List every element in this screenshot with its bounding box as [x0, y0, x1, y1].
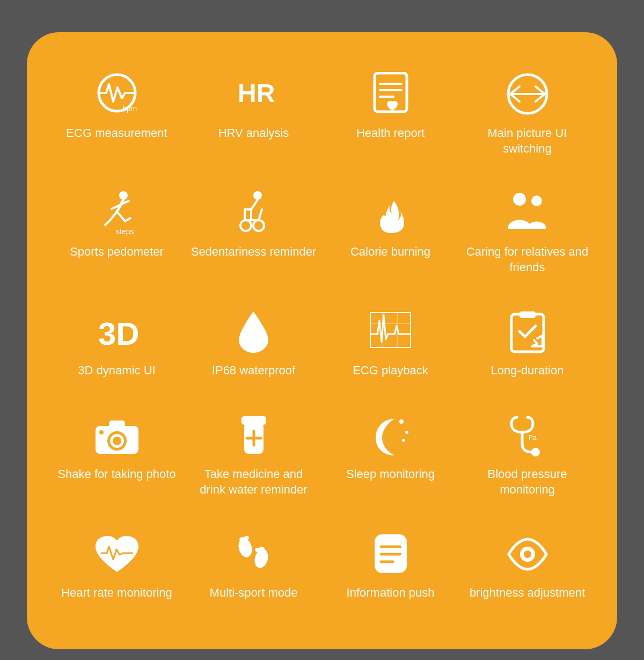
calorie-burning-label: Calorie burning [350, 244, 430, 260]
svg-point-44 [405, 431, 408, 434]
ecg-playback-icon [364, 307, 418, 356]
multi-sport-label: Multi-sport mode [210, 585, 298, 601]
svg-point-38 [99, 430, 104, 434]
svg-point-47 [531, 448, 540, 456]
svg-rect-32 [519, 311, 536, 318]
multi-sport-icon [227, 530, 281, 578]
shake-photo-label: Shake for taking photo [57, 467, 175, 482]
feature-ecg-playback: ECG playback [322, 296, 459, 395]
svg-point-19 [240, 220, 251, 231]
feature-information-push: Information push [322, 519, 459, 617]
feature-medicine-water: Take medicine and drink water reminder [185, 400, 322, 513]
svg-line-14 [111, 212, 117, 220]
hrv-analysis-label: HRV analysis [218, 126, 289, 141]
svg-rect-26 [370, 313, 411, 347]
waterproof-icon [227, 307, 281, 356]
svg-text:steps: steps [116, 227, 134, 236]
blood-pressure-label: Blood pressure monitoring [464, 467, 590, 497]
feature-sleep-monitoring: Sleep monitoring [322, 400, 459, 513]
svg-rect-37 [109, 420, 125, 428]
svg-point-20 [253, 220, 264, 231]
caring-relatives-label: Caring for relatives and friends [464, 244, 590, 275]
3d-icon: 3D [90, 307, 144, 356]
svg-point-18 [253, 191, 262, 200]
ecg-playback-label: ECG playback [353, 363, 428, 379]
health-report-icon [364, 70, 418, 118]
svg-point-43 [399, 419, 404, 424]
feature-sports-pedometer: steps Sports pedometer [48, 178, 185, 291]
feature-multi-sport: Multi-sport mode [185, 519, 322, 617]
ip68-label: IP68 waterproof [212, 363, 295, 379]
feature-hrv-analysis: HRV HRV analysis [185, 59, 322, 172]
hrv-icon: HRV [227, 70, 281, 118]
feature-ui-switching: Main picture UI switching [459, 59, 596, 172]
svg-text:bpm: bpm [122, 104, 137, 113]
feature-blood-pressure: Pa Blood pressure monitoring [459, 400, 596, 513]
info-push-icon [364, 530, 418, 578]
ui-switching-label: Main picture UI switching [464, 126, 590, 156]
svg-point-60 [524, 550, 531, 558]
ecg-measurement-label: ECG measurement [66, 126, 167, 141]
feature-long-duration: Long-duration [459, 296, 596, 395]
feature-calorie-burning: Calorie burning [322, 178, 459, 291]
brightness-icon [501, 530, 554, 578]
information-push-label: Information push [347, 585, 435, 601]
svg-text:3D: 3D [98, 316, 138, 352]
camera-icon [90, 411, 144, 459]
feature-health-report: Health report [322, 59, 459, 172]
long-duration-label: Long-duration [491, 363, 564, 379]
sedentariness-label: Sedentariness reminder [191, 244, 317, 260]
heart-rate-label: Heart rate monitoring [61, 585, 172, 601]
feature-caring-relatives: Caring for relatives and friends [459, 178, 596, 291]
health-report-label: Health report [356, 126, 425, 141]
caring-icon [501, 188, 554, 237]
feature-sedentariness: Sedentariness reminder [185, 178, 322, 291]
feature-shake-photo: Shake for taking photo [48, 400, 185, 513]
heart-rate-icon [90, 530, 144, 578]
feature-3d-dynamic: 3D 3D dynamic UI [48, 296, 185, 395]
medicine-water-label: Take medicine and drink water reminder [191, 467, 317, 497]
svg-line-13 [117, 212, 125, 221]
svg-point-24 [531, 195, 542, 206]
features-grid: bpm ECG measurement HRV HRV analysis [48, 59, 596, 617]
sleep-icon [364, 411, 418, 459]
feature-ecg-measurement: bpm ECG measurement [48, 59, 185, 172]
svg-line-22 [259, 209, 262, 220]
svg-text:Pa: Pa [529, 434, 537, 441]
feature-ip68: IP68 waterproof [185, 296, 322, 395]
svg-point-36 [113, 437, 121, 445]
sleep-monitoring-label: Sleep monitoring [346, 467, 435, 482]
3d-dynamic-label: 3D dynamic UI [78, 363, 155, 379]
svg-text:HRV: HRV [238, 79, 275, 107]
svg-line-16 [105, 220, 111, 225]
sports-pedometer-label: Sports pedometer [70, 244, 164, 260]
blood-pressure-icon: Pa [501, 411, 554, 459]
svg-rect-40 [241, 416, 266, 425]
calorie-icon [364, 188, 418, 237]
medicine-icon [227, 411, 281, 459]
feature-heart-rate: Heart rate monitoring [48, 519, 185, 617]
ecg-icon: bpm [90, 70, 144, 118]
ui-switch-icon [501, 70, 554, 118]
long-duration-icon [501, 307, 554, 356]
features-card: bpm ECG measurement HRV HRV analysis [27, 32, 617, 649]
feature-brightness: brightness adjustment [459, 519, 596, 617]
sedentariness-icon [227, 188, 281, 237]
brightness-label: brightness adjustment [470, 585, 585, 601]
pedometer-icon: steps [90, 188, 144, 237]
svg-point-23 [513, 193, 526, 206]
svg-point-45 [402, 439, 405, 442]
svg-line-15 [125, 218, 130, 221]
